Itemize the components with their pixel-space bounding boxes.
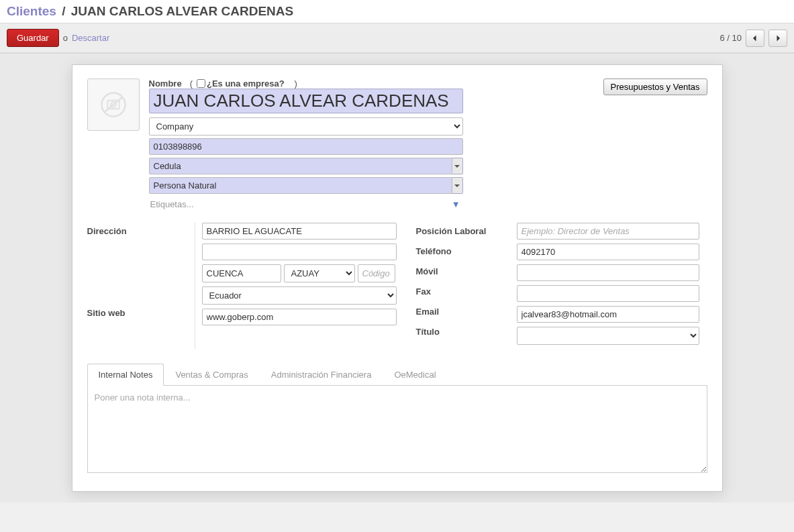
tab-internal-notes[interactable]: Internal Notes	[87, 364, 164, 386]
save-button[interactable]: Guardar	[7, 29, 59, 47]
tags-dropdown-icon[interactable]: ▼	[449, 199, 463, 209]
fax-input[interactable]	[517, 285, 699, 302]
entity-type-select[interactable]: Company	[149, 117, 463, 136]
internal-notes-textarea[interactable]	[87, 386, 707, 473]
breadcrumb-separator: /	[62, 4, 65, 18]
pager-next-button[interactable]	[768, 30, 787, 47]
street-input[interactable]	[202, 223, 397, 240]
camera-icon	[100, 91, 127, 118]
name-input[interactable]	[149, 89, 463, 113]
pager-prev-button[interactable]	[746, 30, 764, 47]
fax-label: Fax	[416, 283, 510, 297]
email-input[interactable]	[517, 306, 699, 323]
pager-position: 6 / 10	[719, 33, 742, 43]
tabs: Internal Notes Ventas & Compras Administ…	[87, 364, 707, 475]
quotes-sales-button[interactable]: Presupuestos y Ventas	[603, 78, 707, 95]
chevron-down-icon	[454, 183, 460, 189]
city-input[interactable]	[202, 264, 281, 282]
tab-admin-financiera[interactable]: Administración Financiera	[260, 364, 383, 386]
person-type-dropdown-button[interactable]	[452, 177, 463, 194]
mobile-input[interactable]	[517, 264, 699, 281]
tab-oemedical[interactable]: OeMedical	[383, 364, 447, 386]
state-select[interactable]: AZUAY	[284, 264, 355, 282]
person-type-select[interactable]	[149, 177, 452, 194]
breadcrumb-root[interactable]: Clientes	[7, 4, 56, 18]
id-type-dropdown-button[interactable]	[452, 158, 463, 174]
zip-input[interactable]	[358, 264, 395, 282]
discard-link[interactable]: Descartar	[72, 33, 109, 43]
country-select[interactable]: Ecuador	[202, 286, 397, 305]
chevron-down-icon	[454, 164, 460, 169]
tags-field[interactable]: Etiquetas... ▼	[149, 197, 463, 212]
avatar[interactable]	[87, 78, 140, 131]
title-select[interactable]	[517, 327, 699, 345]
form-sheet: Nombre ( ¿Es una empresa? ) Company	[72, 64, 723, 492]
pager: 6 / 10	[719, 30, 787, 47]
phone-input[interactable]	[517, 244, 699, 260]
street2-input[interactable]	[202, 244, 397, 260]
page-header: Clientes / JUAN CARLOS ALVEAR CARDENAS G…	[0, 0, 794, 54]
movil-label: Móvil	[416, 263, 510, 276]
tags-placeholder: Etiquetas...	[149, 197, 449, 212]
nombre-label: Nombre	[149, 78, 182, 89]
is-company-label: ¿Es una empresa?	[207, 78, 285, 89]
breadcrumb-current: JUAN CARLOS ALVEAR CARDENAS	[71, 4, 293, 18]
website-label: Sitio web	[87, 305, 195, 318]
email-label: Email	[416, 303, 510, 317]
or-text: o	[63, 33, 68, 43]
website-input[interactable]	[202, 309, 397, 325]
is-company-checkbox[interactable]	[197, 79, 205, 88]
telefono-label: Teléfono	[416, 243, 510, 256]
tab-ventas-compras[interactable]: Ventas & Compras	[164, 364, 259, 386]
breadcrumb: Clientes / JUAN CARLOS ALVEAR CARDENAS	[0, 0, 794, 23]
direccion-label: Dirección	[87, 223, 195, 236]
id-type-select[interactable]	[149, 158, 452, 174]
identification-input[interactable]	[149, 138, 463, 155]
posicion-label: Posición Laboral	[416, 223, 510, 236]
job-position-input[interactable]	[517, 223, 699, 240]
action-bar: Guardar o Descartar 6 / 10	[0, 23, 794, 53]
titulo-label: Título	[416, 323, 510, 337]
arrow-right-icon	[774, 34, 782, 42]
arrow-left-icon	[751, 34, 759, 42]
